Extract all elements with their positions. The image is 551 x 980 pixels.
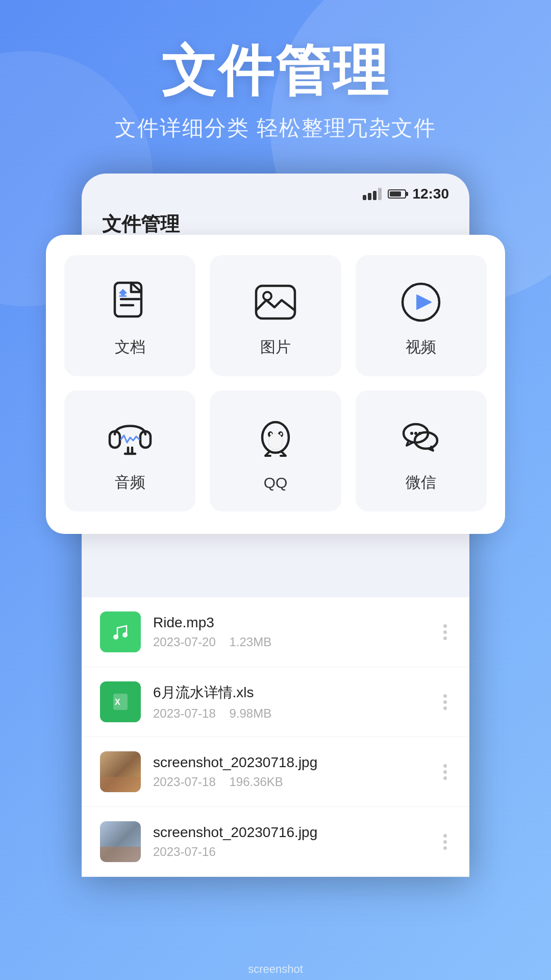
category-card-images[interactable]: 图片	[210, 255, 341, 376]
category-label-audio: 音频	[115, 472, 145, 493]
category-label-wechat: 微信	[406, 472, 436, 493]
file-item[interactable]: screenshot_20230718.jpg 2023-07-18 196.3…	[82, 737, 469, 807]
file-name: screenshot_20230716.jpg	[153, 824, 427, 841]
svg-point-25	[414, 432, 417, 435]
svg-point-2	[113, 634, 118, 640]
video-icon	[396, 278, 445, 327]
category-label-docs: 文档	[115, 337, 145, 358]
file-more-button[interactable]	[439, 830, 451, 854]
status-bar: 12:30	[82, 174, 469, 206]
file-item[interactable]: screenshot_20230716.jpg 2023-07-16	[82, 807, 469, 877]
file-meta: 2023-07-16	[153, 845, 427, 859]
category-card-wechat[interactable]: 微信	[356, 390, 487, 511]
wechat-icon	[396, 413, 445, 462]
svg-text:X: X	[115, 698, 120, 706]
file-info: Ride.mp3 2023-07-20 1.23MB	[153, 615, 427, 649]
footer-text: screenshot	[248, 963, 303, 976]
category-card-qq[interactable]: QQ	[210, 390, 341, 511]
svg-point-9	[263, 292, 271, 300]
audio-icon	[106, 413, 155, 462]
file-more-button[interactable]	[439, 620, 451, 644]
svg-point-20	[280, 432, 282, 435]
category-panel: 文档 图片 视频	[46, 235, 505, 534]
file-icon-music	[100, 611, 141, 652]
document-icon	[106, 278, 155, 327]
file-item[interactable]: X 6月流水详情.xls 2023-07-18 9.98MB	[82, 667, 469, 737]
qq-icon	[251, 415, 300, 464]
status-time: 12:30	[412, 186, 449, 202]
category-card-audio[interactable]: 音频	[64, 390, 195, 511]
file-info: screenshot_20230716.jpg 2023-07-16	[153, 824, 427, 859]
category-grid: 文档 图片 视频	[64, 255, 487, 511]
file-meta: 2023-07-20 1.23MB	[153, 635, 427, 649]
svg-point-21	[268, 433, 283, 450]
category-card-docs[interactable]: 文档	[64, 255, 195, 376]
category-card-video[interactable]: 视频	[356, 255, 487, 376]
file-name: screenshot_20230718.jpg	[153, 754, 427, 771]
file-icon-excel: X	[100, 681, 141, 722]
svg-point-26	[418, 432, 421, 435]
app-title: 文件管理	[102, 211, 449, 237]
category-label-video: 视频	[406, 337, 436, 358]
hero-section: 文件管理 文件详细分类 轻松整理冗杂文件	[0, 0, 551, 142]
hero-title: 文件管理	[0, 41, 551, 102]
battery-icon	[388, 189, 406, 199]
file-list: Ride.mp3 2023-07-20 1.23MB X 6月流水详情.xls …	[82, 597, 469, 877]
category-label-qq: QQ	[264, 474, 288, 492]
file-name: 6月流水详情.xls	[153, 683, 427, 702]
svg-point-3	[122, 632, 128, 638]
signal-icon	[363, 188, 382, 200]
file-more-button[interactable]	[439, 690, 451, 714]
svg-point-24	[410, 432, 413, 435]
hero-subtitle: 文件详细分类 轻松整理冗杂文件	[0, 114, 551, 142]
file-item[interactable]: Ride.mp3 2023-07-20 1.23MB	[82, 597, 469, 667]
svg-rect-8	[256, 286, 295, 318]
svg-marker-11	[417, 295, 431, 309]
category-label-images: 图片	[260, 337, 291, 358]
file-name: Ride.mp3	[153, 615, 427, 631]
svg-point-23	[415, 432, 437, 449]
file-info: 6月流水详情.xls 2023-07-18 9.98MB	[153, 683, 427, 721]
file-icon-image	[100, 751, 141, 792]
file-icon-image	[100, 821, 141, 862]
file-meta: 2023-07-18 196.36KB	[153, 775, 427, 789]
file-meta: 2023-07-18 9.98MB	[153, 706, 427, 721]
image-icon	[251, 278, 300, 327]
file-more-button[interactable]	[439, 760, 451, 784]
file-info: screenshot_20230718.jpg 2023-07-18 196.3…	[153, 754, 427, 789]
